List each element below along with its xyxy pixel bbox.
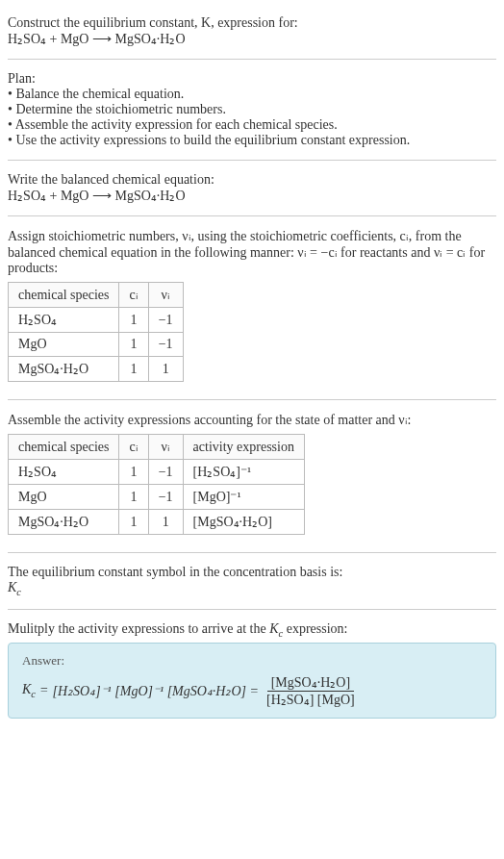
multiply-text-2: expression: (283, 621, 347, 636)
plan-section: Plan: • Balance the chemical equation. •… (8, 63, 496, 156)
table-row: MgSO₄·H₂O 1 1 [MgSO₄·H₂O] (9, 510, 305, 535)
table-header-row: chemical species cᵢ νᵢ activity expressi… (9, 435, 305, 460)
plan-heading: Plan: (8, 71, 496, 87)
divider (8, 609, 496, 610)
cell-vi: 1 (148, 510, 183, 535)
cell-ci: 1 (119, 333, 148, 357)
title-section: Construct the equilibrium constant, K, e… (8, 8, 496, 55)
multiply-line: Mulitply the activity expressions to arr… (8, 621, 496, 639)
balanced-section: Write the balanced chemical equation: H₂… (8, 164, 496, 212)
balanced-heading: Write the balanced chemical equation: (8, 172, 496, 188)
cell-vi: −1 (148, 485, 183, 510)
kc-fraction: [MgSO₄·H₂O] [H₂SO₄] [MgO] (263, 674, 359, 708)
cell-activity: [MgO]⁻¹ (183, 485, 304, 510)
plan-item: • Balance the chemical equation. (8, 87, 496, 102)
symbol-line: The equilibrium constant symbol in the c… (8, 565, 496, 580)
col-header: νᵢ (148, 435, 183, 460)
kc-inline: Kc (269, 621, 283, 636)
kc-expression: Kc = [H₂SO₄]⁻¹ [MgO]⁻¹ [MgSO₄·H₂O] = [Mg… (22, 674, 482, 708)
answer-label: Answer: (22, 653, 482, 669)
col-header: cᵢ (119, 435, 148, 460)
plan-item: • Determine the stoichiometric numbers. (8, 102, 496, 117)
col-header: activity expression (183, 435, 304, 460)
cell-ci: 1 (119, 357, 148, 382)
stoich-table: chemical species cᵢ νᵢ H₂SO₄ 1 −1 MgO 1 … (8, 282, 184, 382)
equals: = (39, 683, 48, 698)
main-equation: H₂SO₄ + MgO ⟶ MgSO₄·H₂O (8, 31, 496, 47)
table-header-row: chemical species cᵢ νᵢ (9, 283, 184, 308)
kc-lhs: Kc (22, 682, 36, 699)
cell-species: H₂SO₄ (9, 308, 119, 333)
cell-vi: −1 (148, 460, 183, 485)
activity-section: Assemble the activity expressions accoun… (8, 404, 496, 548)
col-header: cᵢ (119, 283, 148, 308)
cell-activity: [MgSO₄·H₂O] (183, 510, 304, 535)
col-header: chemical species (9, 283, 119, 308)
fraction-numerator: [MgSO₄·H₂O] (267, 674, 354, 692)
cell-species: MgSO₄·H₂O (9, 510, 119, 535)
cell-ci: 1 (119, 485, 148, 510)
plan-item: • Assemble the activity expression for e… (8, 117, 496, 133)
multiply-text-1: Mulitply the activity expressions to arr… (8, 621, 269, 636)
cell-species: MgO (9, 485, 119, 510)
table-row: MgO 1 −1 (9, 333, 184, 357)
cell-species: MgO (9, 333, 119, 357)
col-header: chemical species (9, 435, 119, 460)
symbol-section: The equilibrium constant symbol in the c… (8, 557, 496, 605)
cell-vi: 1 (148, 357, 183, 382)
cell-ci: 1 (119, 510, 148, 535)
cell-species: MgSO₄·H₂O (9, 357, 119, 382)
table-row: MgSO₄·H₂O 1 1 (9, 357, 184, 382)
title-text: Construct the equilibrium constant, K, e… (8, 15, 298, 30)
table-row: MgO 1 −1 [MgO]⁻¹ (9, 485, 305, 510)
divider (8, 399, 496, 400)
activity-intro: Assemble the activity expressions accoun… (8, 412, 496, 428)
divider (8, 552, 496, 553)
col-header: νᵢ (148, 283, 183, 308)
balanced-equation: H₂SO₄ + MgO ⟶ MgSO₄·H₂O (8, 188, 496, 204)
title-line: Construct the equilibrium constant, K, e… (8, 15, 496, 31)
multiply-section: Mulitply the activity expressions to arr… (8, 614, 496, 726)
answer-box: Answer: Kc = [H₂SO₄]⁻¹ [MgO]⁻¹ [MgSO₄·H₂… (8, 643, 496, 719)
divider (8, 59, 496, 60)
fraction-denominator: [H₂SO₄] [MgO] (263, 692, 359, 708)
stoich-intro: Assign stoichiometric numbers, νᵢ, using… (8, 228, 496, 276)
cell-ci: 1 (119, 460, 148, 485)
cell-species: H₂SO₄ (9, 460, 119, 485)
cell-ci: 1 (119, 308, 148, 333)
table-row: H₂SO₄ 1 −1 [H₂SO₄]⁻¹ (9, 460, 305, 485)
table-row: H₂SO₄ 1 −1 (9, 308, 184, 333)
divider (8, 160, 496, 161)
kc-terms: [H₂SO₄]⁻¹ [MgO]⁻¹ [MgSO₄·H₂O] = (52, 683, 259, 699)
cell-vi: −1 (148, 333, 183, 357)
activity-table: chemical species cᵢ νᵢ activity expressi… (8, 434, 305, 535)
stoich-section: Assign stoichiometric numbers, νᵢ, using… (8, 220, 496, 395)
kc-symbol: Kc (8, 580, 496, 597)
cell-activity: [H₂SO₄]⁻¹ (183, 460, 304, 485)
divider (8, 215, 496, 216)
plan-item: • Use the activity expressions to build … (8, 133, 496, 148)
cell-vi: −1 (148, 308, 183, 333)
